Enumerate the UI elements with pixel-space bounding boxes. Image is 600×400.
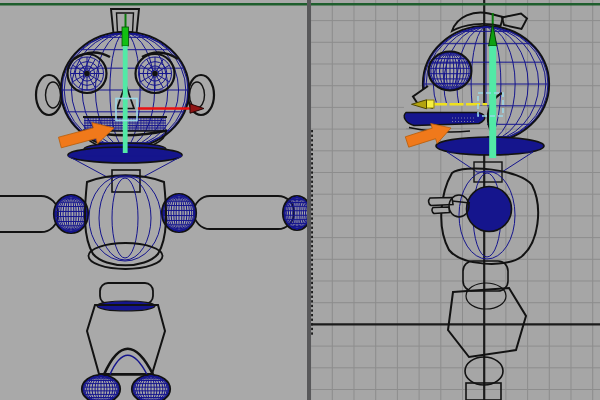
active-view-border <box>0 3 307 6</box>
divider-tick-marks <box>311 130 313 335</box>
side-viewport-panel[interactable] <box>311 0 600 400</box>
manipulator-center-handle[interactable] <box>427 100 435 108</box>
robot-hip-left <box>82 375 120 400</box>
front-viewport-canvas[interactable] <box>0 0 307 400</box>
robot-chest <box>85 175 166 269</box>
robot-arm-right <box>162 194 307 232</box>
robot-ear-left <box>36 75 62 115</box>
robot-hip-right <box>132 375 170 400</box>
robot-waist <box>97 283 155 311</box>
view-border-top <box>311 3 600 6</box>
robot-shoulder-side <box>467 187 512 232</box>
viewport-area <box>0 0 600 400</box>
manipulator-y-arrow[interactable] <box>122 27 129 46</box>
robot-eye-left <box>68 54 107 93</box>
robot-arm-left <box>0 195 88 233</box>
robot-waist-side <box>463 261 508 309</box>
robot-front-wireframe[interactable] <box>0 9 307 400</box>
robot-hand-side <box>429 195 470 217</box>
manipulator-y-shaft-side[interactable] <box>489 46 496 158</box>
side-viewport-canvas[interactable] <box>311 0 600 400</box>
robot-eye-right <box>136 54 175 93</box>
robot-pelvis-side <box>448 288 526 357</box>
robot-pelvis <box>87 305 165 375</box>
manipulator-y-shaft[interactable] <box>123 46 128 153</box>
front-viewport-panel[interactable] <box>0 0 307 400</box>
